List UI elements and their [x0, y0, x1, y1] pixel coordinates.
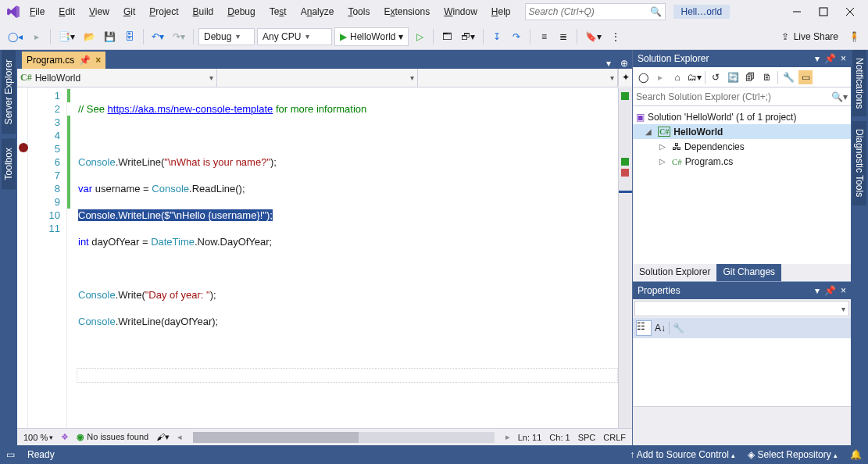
- se-properties-icon[interactable]: 🔧: [781, 70, 795, 84]
- indent-button[interactable]: ≡: [535, 27, 552, 46]
- save-all-button[interactable]: 🗄: [121, 27, 138, 46]
- start-without-debug-button[interactable]: ▷: [411, 27, 428, 46]
- notifications-tab[interactable]: Notifications: [852, 50, 866, 116]
- toolbox-tab[interactable]: Toolbox: [2, 138, 16, 189]
- nav-fwd-button[interactable]: ▸: [28, 27, 45, 46]
- minimize-button[interactable]: [784, 2, 810, 21]
- menu-view[interactable]: View: [83, 3, 116, 20]
- se-preview-icon[interactable]: ▭: [798, 70, 813, 84]
- tb-icon-1[interactable]: 🗔: [438, 27, 455, 46]
- menu-debug[interactable]: Debug: [221, 3, 261, 20]
- categorize-icon[interactable]: ☷: [636, 320, 652, 336]
- panel-close-icon[interactable]: ×: [841, 285, 846, 296]
- se-tab-solution[interactable]: Solution Explorer: [633, 264, 716, 281]
- tb-extra-button[interactable]: ⋮: [607, 27, 624, 46]
- nav-type-combo[interactable]: ▾: [217, 69, 417, 87]
- overview-ruler[interactable]: [618, 87, 632, 428]
- menu-analyze[interactable]: Analyze: [295, 3, 341, 20]
- code-lines[interactable]: // See https://aka.ms/new-console-templa…: [67, 87, 618, 428]
- new-project-button[interactable]: 📑▾: [55, 27, 78, 46]
- live-share-button[interactable]: ⇪ Live Share: [777, 31, 843, 42]
- tree-dependencies-node[interactable]: ▷ 🖧 Dependencies: [633, 139, 851, 154]
- dock-icon[interactable]: ⊕: [616, 58, 632, 69]
- menu-project[interactable]: Project: [143, 3, 184, 20]
- sort-icon[interactable]: A↓: [655, 323, 666, 334]
- diagnostics-tab[interactable]: Diagnostic Tools: [852, 121, 866, 205]
- expander-icon[interactable]: ◢: [645, 127, 655, 136]
- tree-file-node[interactable]: ▷ C# Program.cs: [633, 154, 851, 169]
- solution-explorer-search[interactable]: 🔍▾: [633, 87, 851, 106]
- breakpoint-margin[interactable]: [17, 87, 28, 428]
- zoom-combo[interactable]: 100 % ▾: [23, 433, 53, 442]
- global-search[interactable]: 🔍: [525, 3, 666, 20]
- split-editor-button[interactable]: ✦: [618, 69, 632, 86]
- se-fwd-icon[interactable]: ▸: [653, 70, 667, 84]
- doc-tab-program[interactable]: Program.cs 📌 ×: [22, 52, 105, 69]
- close-button[interactable]: [837, 2, 863, 21]
- undo-button[interactable]: ↶▾: [148, 27, 167, 46]
- panel-close-icon[interactable]: ×: [841, 53, 846, 64]
- brush-icon[interactable]: 🖌▾: [156, 432, 170, 442]
- se-collapse-icon[interactable]: 🗐: [743, 70, 757, 84]
- menu-window[interactable]: Window: [438, 3, 484, 20]
- server-explorer-tab[interactable]: Server Explorer: [2, 50, 16, 134]
- lightbulb-icon[interactable]: ❖: [61, 432, 69, 442]
- maximize-button[interactable]: [810, 2, 837, 21]
- nav-back-button[interactable]: ◯◂: [5, 27, 26, 46]
- bookmark-button[interactable]: 🔖▾: [582, 27, 605, 46]
- expander-icon[interactable]: ▷: [659, 142, 669, 151]
- menu-file[interactable]: File: [23, 3, 51, 20]
- properties-combo[interactable]: ▾: [634, 301, 849, 316]
- se-refresh-icon[interactable]: 🔄: [726, 70, 740, 84]
- menu-tools[interactable]: Tools: [341, 3, 376, 20]
- select-repo-button[interactable]: ◈ Select Repository ▴: [748, 449, 838, 460]
- outdent-button[interactable]: ≣: [555, 27, 572, 46]
- panel-pin-icon[interactable]: 📌: [824, 285, 836, 296]
- expander-icon[interactable]: ▷: [659, 157, 669, 166]
- wrench-icon[interactable]: 🔧: [673, 323, 684, 334]
- bell-icon[interactable]: 🔔: [850, 449, 862, 460]
- se-home-icon[interactable]: ⌂: [670, 70, 684, 84]
- menu-build[interactable]: Build: [187, 3, 220, 20]
- close-tab-icon[interactable]: ×: [95, 55, 101, 66]
- panel-options-icon[interactable]: ▾: [815, 53, 820, 64]
- menu-git[interactable]: Git: [117, 3, 141, 20]
- se-tab-git[interactable]: Git Changes: [716, 264, 781, 281]
- lineend-mode[interactable]: CRLF: [603, 433, 626, 442]
- tree-project-node[interactable]: ◢ C# HelloWorld: [633, 124, 851, 139]
- menu-help[interactable]: Help: [485, 3, 517, 20]
- platform-combo[interactable]: Any CPU▾: [257, 28, 332, 45]
- tb-icon-2[interactable]: 🗗▾: [458, 27, 478, 46]
- nav-project-combo[interactable]: C# HelloWorld▾: [17, 69, 217, 87]
- redo-button[interactable]: ↷▾: [170, 27, 188, 46]
- properties-grid[interactable]: [633, 338, 851, 406]
- open-button[interactable]: 📂: [80, 27, 98, 46]
- se-search-input[interactable]: [636, 91, 831, 102]
- step-into-button[interactable]: ↧: [488, 27, 505, 46]
- se-sync-icon[interactable]: ↺: [709, 70, 723, 84]
- tabs-dropdown-icon[interactable]: ▾: [601, 58, 616, 69]
- se-showall-icon[interactable]: 🗎: [760, 70, 774, 84]
- feedback-button[interactable]: 🧍: [845, 27, 863, 46]
- config-combo[interactable]: Debug▾: [198, 28, 255, 45]
- tree-solution-node[interactable]: ▣ Solution 'HelloWorld' (1 of 1 project): [633, 109, 851, 124]
- se-back-icon[interactable]: ◯: [636, 70, 650, 84]
- horizontal-scrollbar[interactable]: [193, 432, 495, 443]
- issues-status[interactable]: ◉ No issues found: [77, 432, 148, 442]
- nav-member-combo[interactable]: ▾: [418, 69, 618, 87]
- save-button[interactable]: 💾: [101, 27, 119, 46]
- add-source-control-button[interactable]: ↑ Add to Source Control ▴: [630, 449, 735, 460]
- solution-tree[interactable]: ▣ Solution 'HelloWorld' (1 of 1 project)…: [633, 106, 851, 172]
- global-search-input[interactable]: [529, 6, 650, 17]
- step-over-button[interactable]: ↷: [508, 27, 525, 46]
- se-switch-icon[interactable]: 🗂▾: [688, 70, 702, 84]
- indent-mode[interactable]: SPC: [578, 433, 596, 442]
- menu-test[interactable]: Test: [263, 3, 293, 20]
- menu-extensions[interactable]: Extensions: [377, 3, 436, 20]
- breakpoint-dot[interactable]: [19, 143, 28, 152]
- pin-icon[interactable]: 📌: [79, 55, 91, 66]
- code-editor[interactable]: 1234567891011 // See https://aka.ms/new-…: [17, 87, 632, 428]
- start-debug-button[interactable]: ▶ HelloWorld ▾: [334, 27, 409, 46]
- panel-pin-icon[interactable]: 📌: [824, 53, 836, 64]
- menu-edit[interactable]: Edit: [52, 3, 81, 20]
